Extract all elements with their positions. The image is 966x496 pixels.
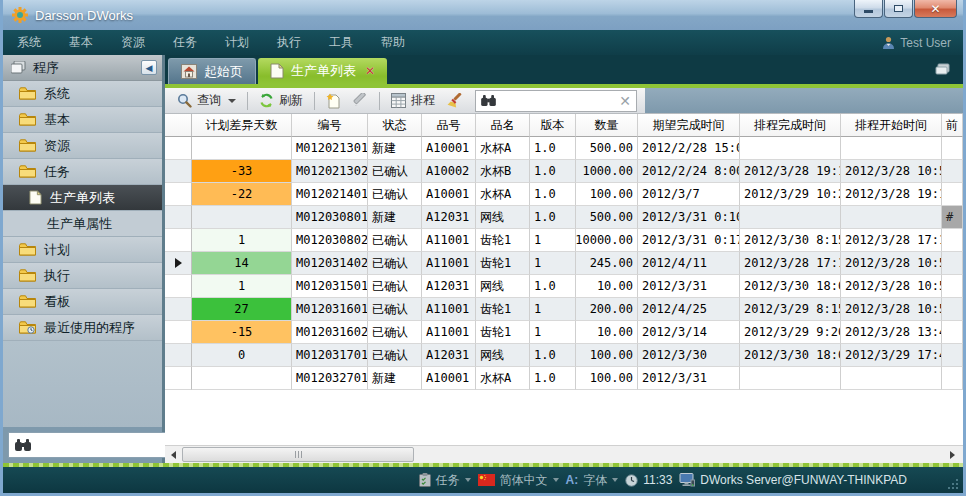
cell-diff[interactable]: 1 (192, 275, 292, 298)
cell-version[interactable]: 1.0 (530, 137, 576, 160)
column-header-item_no[interactable]: 品号 (422, 114, 476, 137)
column-header-item_name[interactable]: 品名 (476, 114, 530, 137)
toolbar-search-box[interactable]: ✕ (475, 90, 637, 112)
current-row-indicator[interactable] (165, 252, 192, 275)
cell-expect[interactable]: 2012/3/30 (638, 344, 740, 367)
table-row-M012030801[interactable]: M012030801新建A12031网线1.0500.002012/3/31 0… (165, 206, 963, 229)
cell-expect[interactable]: 2012/3/31 (638, 367, 740, 390)
menu-tools[interactable]: 工具 (315, 30, 367, 55)
cell-diff[interactable]: -15 (192, 321, 292, 344)
close-button[interactable]: ✕ (914, 0, 957, 18)
cell-qty[interactable]: 245.00 (576, 252, 638, 275)
toolbar-search-clear-icon[interactable]: ✕ (619, 94, 631, 108)
cell-sched_end[interactable]: 2012/3/28 19:10 (740, 160, 841, 183)
menu-help[interactable]: 帮助 (367, 30, 419, 55)
cell-item_name[interactable]: 水杯B (476, 160, 530, 183)
cell-item_no[interactable]: A10001 (422, 137, 476, 160)
cell-partial[interactable] (942, 137, 963, 160)
sidebar-item-6[interactable]: 计划 (3, 237, 162, 263)
tab-start-page[interactable]: 起始页 (168, 58, 256, 84)
cell-expect[interactable]: 2012/4/11 (638, 252, 740, 275)
clear-format-button[interactable] (443, 90, 467, 112)
cell-item_no[interactable]: A12031 (422, 206, 476, 229)
cell-diff[interactable] (192, 367, 292, 390)
cell-sched_end[interactable]: 2012/3/30 8:15 (740, 229, 841, 252)
row-indicator-cell[interactable] (165, 321, 192, 344)
schedule-button[interactable]: 排程 (387, 90, 439, 112)
cell-qty[interactable]: 200.00 (576, 298, 638, 321)
cell-sched_start[interactable]: 2012/3/28 10:52 (841, 252, 942, 275)
sidebar-collapse-button[interactable]: ◀ (141, 60, 157, 75)
menu-resource[interactable]: 资源 (107, 30, 159, 55)
cell-status[interactable]: 已确认 (368, 183, 422, 206)
menu-execute[interactable]: 执行 (263, 30, 315, 55)
cell-sched_end[interactable] (740, 367, 841, 390)
cell-sched_start[interactable]: 2012/3/28 13:40 (841, 321, 942, 344)
cell-item_name[interactable]: 齿轮1 (476, 229, 530, 252)
cell-expect[interactable]: 2012/3/7 (638, 183, 740, 206)
column-header-diff[interactable]: 计划差异天数 (192, 114, 292, 137)
cell-qty[interactable]: 100.00 (576, 344, 638, 367)
cell-version[interactable]: 1 (530, 229, 576, 252)
cell-partial[interactable] (942, 321, 963, 344)
cell-status[interactable]: 已确认 (368, 298, 422, 321)
cell-sched_end[interactable]: 2012/3/28 17:13 (740, 252, 841, 275)
cell-status[interactable]: 已确认 (368, 275, 422, 298)
column-header-partial[interactable]: 前 (942, 114, 963, 137)
refresh-button[interactable]: 刷新 (255, 90, 307, 112)
cell-sched_end[interactable] (740, 137, 841, 160)
menu-plan[interactable]: 计划 (211, 30, 263, 55)
cell-sched_end[interactable]: 2012/3/30 18:00 (740, 344, 841, 367)
cell-partial[interactable] (942, 160, 963, 183)
table-row-M012031701[interactable]: 0M012031701已确认A12031网线1.0100.002012/3/30… (165, 344, 963, 367)
current-user[interactable]: Test User (882, 36, 951, 50)
scroll-right-icon[interactable] (944, 447, 961, 463)
sidebar-item-5[interactable]: 生产单属性 (3, 211, 162, 237)
cell-item_name[interactable]: 齿轮1 (476, 252, 530, 275)
cell-no[interactable]: M012031402 (292, 252, 368, 275)
cell-no[interactable]: M012030802 (292, 229, 368, 252)
edit-button[interactable] (349, 90, 372, 112)
row-indicator-cell[interactable] (165, 229, 192, 252)
cell-sched_end[interactable]: 2012/3/29 8:15 (740, 298, 841, 321)
cell-item_name[interactable]: 齿轮1 (476, 298, 530, 321)
minimize-button[interactable] (854, 0, 883, 18)
menu-basic[interactable]: 基本 (55, 30, 107, 55)
cell-version[interactable]: 1.0 (530, 183, 576, 206)
cell-qty[interactable]: 10.00 (576, 321, 638, 344)
cell-version[interactable]: 1 (530, 298, 576, 321)
table-row-M012031501[interactable]: 1M012031501已确认A12031网线1.010.002012/3/312… (165, 275, 963, 298)
cell-diff[interactable]: -22 (192, 183, 292, 206)
cell-version[interactable]: 1.0 (530, 344, 576, 367)
cell-version[interactable]: 1.0 (530, 160, 576, 183)
cell-sched_end[interactable]: 2012/3/29 9:20 (740, 321, 841, 344)
language-dropdown[interactable]: 简体中文 (478, 472, 559, 489)
cell-sched_start[interactable]: 2012/3/28 10:52 (841, 275, 942, 298)
sidebar-item-3[interactable]: 任务 (3, 159, 162, 185)
cell-status[interactable]: 已确认 (368, 344, 422, 367)
cell-qty[interactable]: 10000.00 (576, 229, 638, 252)
cell-item_name[interactable]: 网线 (476, 344, 530, 367)
cell-version[interactable]: 1 (530, 252, 576, 275)
query-button[interactable]: 查询 (173, 90, 240, 112)
cell-item_no[interactable]: A12031 (422, 275, 476, 298)
cell-sched_end[interactable] (740, 206, 841, 229)
cell-sched_start[interactable] (841, 137, 942, 160)
row-indicator-cell[interactable] (165, 298, 192, 321)
cell-partial[interactable] (942, 229, 963, 252)
cell-partial[interactable] (942, 344, 963, 367)
row-indicator-cell[interactable] (165, 183, 192, 206)
task-dropdown[interactable]: 任务 (419, 472, 471, 489)
cell-version[interactable]: 1 (530, 321, 576, 344)
column-header-status[interactable]: 状态 (368, 114, 422, 137)
table-row-M012030802[interactable]: 1M012030802已确认A11001齿轮1110000.002012/3/3… (165, 229, 963, 252)
cell-item_name[interactable]: 网线 (476, 206, 530, 229)
cell-version[interactable]: 1.0 (530, 206, 576, 229)
row-indicator-cell[interactable] (165, 344, 192, 367)
cell-expect[interactable]: 2012/3/14 (638, 321, 740, 344)
table-row-M012021302[interactable]: -33M012021302已确认A10002水杯B1.01000.002012/… (165, 160, 963, 183)
sidebar-item-2[interactable]: 资源 (3, 133, 162, 159)
cell-no[interactable]: M012021401 (292, 183, 368, 206)
cell-partial[interactable] (942, 252, 963, 275)
new-button[interactable] (322, 90, 345, 112)
